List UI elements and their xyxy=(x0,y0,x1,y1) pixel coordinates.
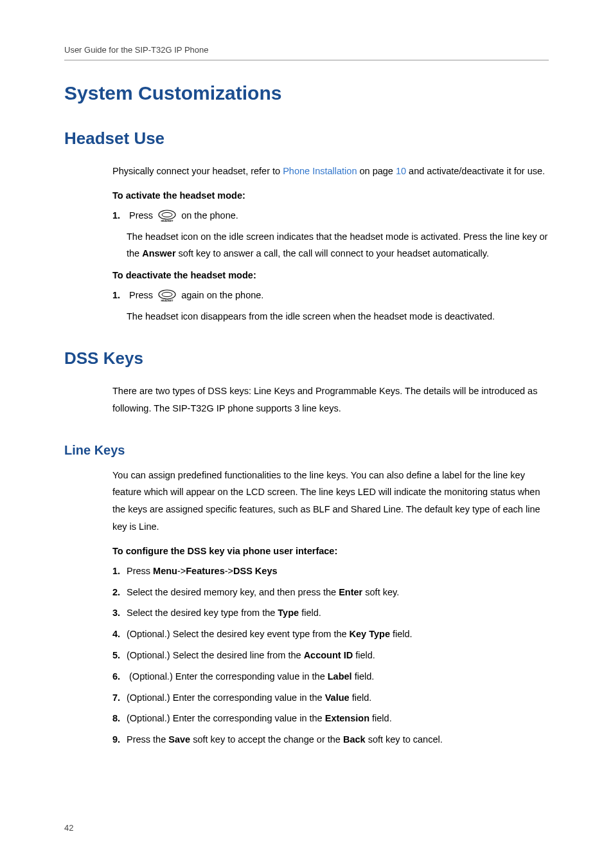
dss-intro: There are two types of DSS keys: Line Ke… xyxy=(112,383,549,417)
svg-point-1 xyxy=(162,212,172,217)
subhead-deactivate-headset: To deactivate the headset mode: xyxy=(112,270,549,280)
step-number: 1. xyxy=(112,563,127,580)
bold-text: DSS Keys xyxy=(233,566,278,576)
svg-point-0 xyxy=(159,210,175,219)
heading-system-customizations: System Customizations xyxy=(64,82,549,104)
text: field. xyxy=(352,671,375,682)
text: again on the phone. xyxy=(179,290,263,300)
activate-result: The headset icon on the idle screen indi… xyxy=(127,228,549,263)
text: field. xyxy=(299,608,321,618)
deactivate-step-1: 1. Press HEADSET again on the phone. xyxy=(112,287,549,304)
configure-step-3: 3.Select the desired key type from the T… xyxy=(112,604,549,622)
heading-dss-keys: DSS Keys xyxy=(64,348,549,368)
bold-text: Type xyxy=(278,608,299,618)
subhead-configure-dss: To configure the DSS key via phone user … xyxy=(112,546,549,556)
text: Press xyxy=(127,566,153,576)
step-text: (Optional.) Enter the corresponding valu… xyxy=(127,671,374,682)
link-phone-installation[interactable]: Phone Installation xyxy=(283,166,357,176)
text: on the phone. xyxy=(179,210,238,221)
text: (Optional.) Select the desired key event… xyxy=(127,629,350,639)
text: soft key to cancel. xyxy=(366,734,443,745)
step-number: 7. xyxy=(112,689,127,707)
step-number: 1. xyxy=(112,207,127,224)
headset-intro: Physically connect your headset, refer t… xyxy=(112,163,549,180)
text: and activate/deactivate it for use. xyxy=(406,166,545,176)
page-header: User Guide for the SIP-T32G IP Phone xyxy=(64,45,549,60)
configure-step-7: 7.(Optional.) Enter the corresponding va… xyxy=(112,689,549,707)
svg-text:HEADSET: HEADSET xyxy=(161,219,174,222)
subhead-activate-headset: To activate the headset mode: xyxy=(112,190,549,201)
step-text: (Optional.) Enter the corresponding valu… xyxy=(127,713,392,723)
bold-text: Save xyxy=(168,734,190,745)
text: field. xyxy=(390,629,413,639)
bold-text: Menu xyxy=(153,566,177,576)
bold-text: Label xyxy=(328,671,352,682)
svg-point-4 xyxy=(162,293,172,297)
step-number: 4. xyxy=(112,626,127,643)
bold-text: Key Type xyxy=(350,629,390,639)
bold-answer: Answer xyxy=(142,248,175,258)
text: (Optional.) Enter the corresponding valu… xyxy=(127,671,328,682)
text: (Optional.) Select the desired line from… xyxy=(127,650,304,660)
text: on page xyxy=(357,166,395,176)
text: -> xyxy=(177,566,186,576)
text: Press the xyxy=(127,734,168,745)
step-text: (Optional.) Select the desired key event… xyxy=(127,629,413,639)
step-number: 3. xyxy=(112,604,127,622)
text: (Optional.) Enter the corresponding valu… xyxy=(127,713,325,723)
step-number: 8. xyxy=(112,710,127,727)
configure-step-8: 8.(Optional.) Enter the corresponding va… xyxy=(112,710,549,727)
headset-button-icon: HEADSET xyxy=(157,210,177,222)
step-text: Press the Save soft key to accept the ch… xyxy=(127,734,443,745)
text: field. xyxy=(369,713,392,723)
step-text: Select the desired key type from the Typ… xyxy=(127,608,321,618)
headset-button-icon: HEADSET xyxy=(157,289,177,302)
step-number: 2. xyxy=(112,584,127,601)
link-page-number[interactable]: 10 xyxy=(396,166,406,176)
step-number: 9. xyxy=(112,731,127,748)
text: Physically connect your headset, refer t… xyxy=(112,166,283,176)
text: Press xyxy=(129,290,155,300)
text: soft key to accept the change or the xyxy=(190,734,343,745)
text: field. xyxy=(353,650,375,660)
configure-step-5: 5.(Optional.) Select the desired line fr… xyxy=(112,647,549,664)
svg-point-3 xyxy=(159,290,175,299)
bold-text: Value xyxy=(325,692,350,703)
heading-line-keys: Line Keys xyxy=(64,443,549,458)
step-number: 6. xyxy=(112,668,127,685)
text: field. xyxy=(350,692,372,703)
text: -> xyxy=(225,566,233,576)
configure-step-1: 1.Press Menu->Features->DSS Keys xyxy=(112,563,549,580)
bold-text: Account ID xyxy=(304,650,353,660)
step-number: 5. xyxy=(112,647,127,664)
deactivate-result: The headset icon disappears from the idl… xyxy=(127,308,549,325)
configure-step-4: 4.(Optional.) Select the desired key eve… xyxy=(112,626,549,643)
text: soft key to answer a call, the call will… xyxy=(176,248,489,258)
bold-text: Extension xyxy=(325,713,369,723)
step-text: Press HEADSET on the phone. xyxy=(129,210,238,221)
text: Press xyxy=(129,210,155,221)
text: Select the desired key type from the xyxy=(127,608,278,618)
step-text: (Optional.) Enter the corresponding valu… xyxy=(127,692,371,703)
heading-headset-use: Headset Use xyxy=(64,129,549,149)
configure-step-6: 6. (Optional.) Enter the corresponding v… xyxy=(112,668,549,685)
bold-text: Back xyxy=(343,734,366,745)
text: soft key. xyxy=(362,587,399,597)
step-number: 1. xyxy=(112,287,127,304)
svg-text:HEADSET: HEADSET xyxy=(161,299,174,302)
step-text: Press HEADSET again on the phone. xyxy=(129,290,263,300)
step-text: Select the desired memory key, and then … xyxy=(127,587,399,597)
configure-step-9: 9.Press the Save soft key to accept the … xyxy=(112,731,549,748)
text: Select the desired memory key, and then … xyxy=(127,587,339,597)
bold-text: Enter xyxy=(339,587,362,597)
linekeys-intro: You can assign predefined functionalitie… xyxy=(112,467,549,536)
activate-step-1: 1. Press HEADSET on the phone. xyxy=(112,207,549,224)
bold-text: Features xyxy=(186,566,224,576)
step-text: Press Menu->Features->DSS Keys xyxy=(127,566,278,576)
page-number: 42 xyxy=(64,823,73,833)
text: (Optional.) Enter the corresponding valu… xyxy=(127,692,325,703)
step-text: (Optional.) Select the desired line from… xyxy=(127,650,375,660)
configure-step-2: 2.Select the desired memory key, and the… xyxy=(112,584,549,601)
